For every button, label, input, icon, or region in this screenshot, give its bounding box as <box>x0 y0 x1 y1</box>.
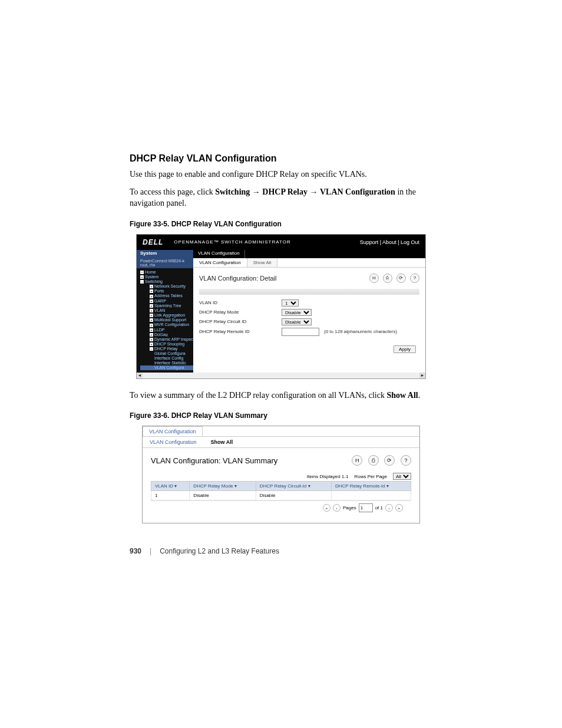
nav-lldp[interactable]: +LLDP <box>140 327 193 332</box>
help-icon[interactable]: ? <box>410 274 419 283</box>
col-vlan-id[interactable]: VLAN ID ▾ <box>151 482 190 491</box>
page-prev-icon[interactable]: ‹ <box>333 504 340 512</box>
nav-multicast-support[interactable]: +Multicast Support <box>140 318 193 322</box>
tab-vlan-configuration[interactable]: VLAN Configuration <box>193 258 247 267</box>
mid-suffix: . <box>418 391 421 400</box>
nav-dynamic-arp[interactable]: +Dynamic ARP Inspection <box>140 337 193 341</box>
plus-icon: + <box>150 324 153 327</box>
nav-home[interactable]: −Home <box>140 269 193 274</box>
circuit-id-select[interactable]: Disable <box>282 318 312 325</box>
scroll-left-icon[interactable]: ◄ <box>137 373 143 378</box>
apply-button[interactable]: Apply <box>394 345 416 353</box>
intro-text: Use this page to enable and configure DH… <box>130 169 432 180</box>
help-icon[interactable]: ? <box>401 455 411 466</box>
page-last-icon[interactable]: » <box>395 504 403 512</box>
summary-title: VLAN Configuration: VLAN Summary <box>151 456 348 465</box>
access-arrow2: → <box>308 187 320 196</box>
table-row: 1 Disable Disable <box>151 491 411 500</box>
row-remote-id: DHCP Relay Remote ID (0 to 128 alphanume… <box>193 327 425 337</box>
nav-interface-stats[interactable]: Interface Statistic <box>140 361 193 365</box>
plus-icon: + <box>150 285 153 288</box>
print-icon[interactable]: ⎙ <box>383 274 392 283</box>
nav-interface-config[interactable]: Interface Config <box>140 356 193 361</box>
page-footer: 930 | Configuring L2 and L3 Relay Featur… <box>130 547 432 555</box>
horizontal-scrollbar[interactable]: ◄ ► <box>137 373 425 378</box>
row-relay-mode: DHCP Relay Mode Disable <box>193 308 425 317</box>
vlan-id-select[interactable]: 1 <box>282 299 299 307</box>
panel-title: VLAN Configuration: Detail <box>199 275 367 282</box>
plus-icon: + <box>150 314 153 317</box>
col-relay-mode[interactable]: DHCP Relay Mode ▾ <box>190 482 256 491</box>
sidebar-subheader: PowerConnect M8024-k root, r/w <box>137 258 193 268</box>
nav-address-tables[interactable]: +Address Tables <box>140 294 193 298</box>
nav-link-aggregation[interactable]: +Link Aggregation <box>140 313 193 318</box>
nav-mvr-configuration[interactable]: +MVR Configuration <box>140 322 193 327</box>
vlan-id-label: VLAN ID <box>199 300 282 305</box>
plus-icon: + <box>150 295 153 298</box>
print-icon[interactable]: ⎙ <box>368 455 379 466</box>
pager: « ‹ Pages of 1 › » <box>151 500 411 515</box>
footer-divider: | <box>150 547 151 555</box>
chapter-title: Configuring L2 and L3 Relay Features <box>160 547 279 555</box>
nav-vlan[interactable]: +VLAN <box>140 308 193 312</box>
section-divider <box>199 289 419 295</box>
nav-garp[interactable]: +GARP <box>140 298 193 303</box>
page-input[interactable] <box>359 503 373 512</box>
save-icon[interactable]: H <box>369 274 379 283</box>
plus-icon: + <box>150 342 153 346</box>
nav-vlan-config[interactable]: VLAN Configura <box>140 365 193 370</box>
summary-title-row: VLAN Configuration: VLAN Summary H ⎙ ⟳ ? <box>143 448 419 473</box>
sidebar-header: System <box>137 250 193 258</box>
relay-mode-select[interactable]: Disable <box>282 309 312 316</box>
topbar: DELL OPENMANAGE™ SWITCH ADMINISTRATOR Su… <box>137 235 425 250</box>
nav-dhcp-snooping[interactable]: +DHCP Snooping <box>140 342 193 347</box>
plus-icon: + <box>150 309 153 312</box>
refresh-icon[interactable]: ⟳ <box>396 274 406 283</box>
top-links[interactable]: Support | About | Log Out <box>360 239 419 245</box>
col-circuit-id[interactable]: DHCP Relay Circuit-Id ▾ <box>256 482 331 491</box>
figure-33-5-caption: Figure 33-5. DHCP Relay VLAN Configurati… <box>130 220 432 228</box>
breadcrumb: VLAN Configuration <box>193 250 245 258</box>
table-meta: Items Displayed 1-1 Rows Per Page All <box>143 473 419 481</box>
dell-logo: DELL <box>143 238 163 246</box>
tab2-show-all[interactable]: Show All <box>204 437 240 447</box>
pages-of: of 1 <box>375 505 383 510</box>
remote-id-input[interactable] <box>282 328 319 336</box>
mid-prefix: To view a summary of the L2 DHCP relay c… <box>130 391 386 400</box>
plus-icon: + <box>150 299 153 303</box>
headtab-vlan-configuration[interactable]: VLAN Configuration <box>143 426 203 436</box>
minus-icon: − <box>140 280 144 284</box>
cell-circuit-id: Disable <box>256 491 331 500</box>
nav-dhcp-relay[interactable]: −DHCP Relay <box>140 347 193 351</box>
nav-global-config[interactable]: Global Configura <box>140 351 193 356</box>
plus-icon: + <box>140 275 144 279</box>
access-prefix: To access this page, click <box>130 187 215 196</box>
save-icon[interactable]: H <box>352 455 362 466</box>
page-first-icon[interactable]: « <box>323 504 330 512</box>
mid-text: To view a summary of the L2 DHCP relay c… <box>130 390 432 401</box>
col-remote-id[interactable]: DHCP Relay Remote-Id ▾ <box>331 482 411 491</box>
product-name: OPENMANAGE™ SWITCH ADMINISTRATOR <box>174 239 359 245</box>
rows-per-page-select[interactable]: All <box>393 473 411 480</box>
nav-spanning-tree[interactable]: +Spanning Tree <box>140 303 193 308</box>
summary-headtabs: VLAN Configuration <box>143 426 419 436</box>
minus-icon: − <box>150 347 153 351</box>
nav-system[interactable]: +System <box>140 274 193 279</box>
refresh-icon[interactable]: ⟳ <box>384 455 395 466</box>
access-switching: Switching <box>215 187 250 196</box>
plus-icon: + <box>150 304 153 308</box>
nav-dot1ag[interactable]: +Dot1ag <box>140 332 193 337</box>
remote-id-label: DHCP Relay Remote ID <box>199 329 282 334</box>
screenshot-vlan-summary: VLAN Configuration VLAN Configuration Sh… <box>142 426 420 523</box>
nav-network-security[interactable]: +Network Security <box>140 284 193 289</box>
nav-ports[interactable]: +Ports <box>140 289 193 294</box>
cell-relay-mode: Disable <box>190 491 256 500</box>
page-next-icon[interactable]: › <box>385 504 393 512</box>
plus-icon: + <box>150 333 153 337</box>
mid-bold: Show All <box>386 391 418 400</box>
scroll-right-icon[interactable]: ► <box>419 373 425 378</box>
nav-switching[interactable]: −Switching <box>140 279 193 284</box>
tab-show-all[interactable]: Show All <box>247 258 278 267</box>
tab2-vlan-configuration[interactable]: VLAN Configuration <box>143 437 204 447</box>
plus-icon: + <box>150 289 153 293</box>
